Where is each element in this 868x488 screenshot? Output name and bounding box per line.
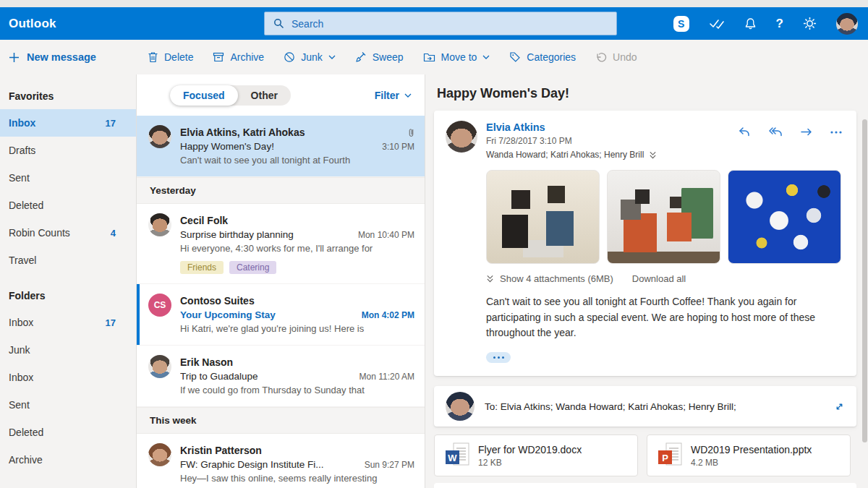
attachment-card-pptx[interactable]: P WD2019 Presentation.pptx 4.2 MB [647, 435, 851, 476]
chevron-down-icon[interactable] [328, 55, 336, 59]
message-subject: Happy Women's Day! [180, 140, 373, 153]
message-time: Mon 4:02 PM [362, 310, 414, 320]
double-chevron-down-icon[interactable] [649, 151, 657, 159]
sidebar-item-junk[interactable]: Junk [0, 336, 136, 364]
junk-button[interactable]: Junk [284, 51, 336, 63]
message-subject: Surprise birthday planning [180, 228, 349, 241]
new-message-button[interactable]: New message [0, 51, 136, 63]
reply-to-line[interactable]: To: Elvia Atkins; Wanda Howard; Katri Ah… [485, 401, 736, 412]
tab-other[interactable]: Other [238, 85, 291, 106]
sidebar-item-drafts[interactable]: Drafts [0, 137, 136, 164]
search-icon [273, 18, 284, 29]
folder-sidebar: Favorites Inbox 17 Drafts Sent Deleted R… [0, 74, 136, 488]
folder-move-icon [423, 52, 435, 63]
reply-icon[interactable] [738, 127, 751, 137]
categories-button[interactable]: Categories [509, 51, 576, 63]
sidebar-item-sent[interactable]: Sent [0, 164, 136, 192]
plus-icon [9, 52, 20, 63]
sidebar-item-archive[interactable]: Archive [0, 446, 136, 474]
help-icon[interactable]: ? [776, 17, 783, 31]
chevron-down-icon[interactable] [482, 55, 490, 59]
move-to-button[interactable]: Move to [423, 51, 490, 63]
tab-focused[interactable]: Focused [170, 85, 238, 106]
reply-compose-card[interactable]: To: Elvia Atkins; Wanda Howard; Katri Ah… [434, 386, 856, 427]
sidebar-item-label: Inbox [9, 372, 33, 383]
forward-icon[interactable] [800, 127, 813, 137]
message-time: Mon 11:20 AM [359, 372, 415, 382]
message-list: Focused Other Filter Elvia Atkins, Katri… [136, 74, 425, 488]
sidebar-item-robin-counts[interactable]: Robin Counts 4 [0, 219, 136, 247]
undo-label: Undo [613, 51, 637, 63]
avatar [148, 443, 171, 466]
delete-button[interactable]: Delete [148, 51, 193, 63]
group-header-this-week: This week [137, 407, 425, 434]
more-actions-icon[interactable] [830, 131, 842, 134]
avatar [148, 355, 171, 378]
sidebar-item-label: Inbox [9, 117, 35, 129]
message-preview: Can't wait to see you all tonight at Fou… [180, 153, 414, 167]
category-tag-friends[interactable]: Friends [180, 261, 224, 274]
search-input[interactable] [292, 18, 608, 30]
download-all-link[interactable]: Download all [632, 273, 686, 284]
message-row-elvia-atkins[interactable]: Elvia Atkins, Katri Ahokas Happy Women's… [137, 116, 425, 177]
message-row-kristin-patterson[interactable]: Kristin Patterson FW: Graphic Design Ins… [137, 434, 425, 488]
email-recipients[interactable]: Wanda Howard; Katri Ahokas; Henry Brill [486, 150, 644, 160]
message-sender: Cecil Folk [180, 213, 414, 228]
archive-button[interactable]: Archive [213, 51, 264, 63]
sidebar-item-folders-inbox-2[interactable]: Inbox [0, 364, 136, 391]
sidebar-item-folders-sent[interactable]: Sent [0, 391, 136, 419]
message-subject: Your Upcoming Stay [180, 308, 353, 322]
sidebar-item-label: Drafts [9, 145, 35, 156]
bell-icon[interactable] [744, 17, 757, 30]
skype-glyph: S [678, 18, 684, 30]
message-row-cecil-folk[interactable]: Cecil Folk Surprise birthday planning Mo… [137, 204, 425, 284]
message-preview: Hey—I saw this online, seems really inte… [180, 471, 414, 485]
block-icon [284, 51, 295, 63]
sidebar-item-travel[interactable]: Travel [0, 247, 136, 274]
reply-all-icon[interactable] [768, 127, 783, 137]
attachment-photo-1[interactable] [486, 170, 600, 264]
unread-count: 17 [106, 317, 116, 328]
attachment-photo-3[interactable] [728, 170, 841, 264]
app-logo[interactable]: Outlook [9, 17, 56, 31]
account-avatar[interactable] [836, 13, 858, 35]
sidebar-item-label: Sent [9, 399, 30, 411]
folders-section-title: Folders [0, 283, 136, 309]
sidebar-item-deleted[interactable]: Deleted [0, 192, 136, 219]
message-row-erik-nason[interactable]: Erik Nason Trip to Guadalupe Mon 11:20 A… [137, 346, 425, 407]
paperclip-icon [408, 127, 414, 138]
new-message-label: New message [27, 51, 96, 63]
sidebar-item-folders-inbox[interactable]: Inbox 17 [0, 309, 136, 336]
email-sender-name[interactable]: Elvia Atkins [486, 121, 657, 134]
sweep-button[interactable]: Sweep [355, 51, 404, 63]
unread-count: 4 [111, 228, 116, 239]
avatar [148, 125, 171, 148]
sweep-label: Sweep [373, 51, 404, 63]
double-check-icon[interactable] [709, 18, 725, 30]
show-trimmed-content-button[interactable] [486, 352, 511, 363]
powerpoint-file-icon: P [658, 442, 682, 469]
archive-icon [213, 51, 224, 63]
avatar [148, 213, 171, 236]
sidebar-item-label: Archive [9, 454, 43, 466]
command-toolbar: New message Delete Archive Junk [0, 40, 868, 74]
message-row-contoso-suites[interactable]: CS Contoso Suites Your Upcoming Stay Mon… [137, 284, 425, 346]
reading-pane: Happy Women's Day! Elvia Atkins Fri 7/28… [425, 74, 868, 488]
search-box[interactable] [264, 12, 617, 35]
sidebar-item-folders-deleted[interactable]: Deleted [0, 419, 136, 446]
skype-icon[interactable]: S [673, 16, 689, 32]
message-preview: If we could go from Thursday to Sunday t… [180, 383, 414, 397]
filter-button[interactable]: Filter [375, 90, 412, 101]
expand-compose-icon[interactable] [834, 401, 845, 412]
show-attachments-toggle[interactable]: Show 4 attachments (6MB) [486, 273, 613, 284]
sidebar-item-inbox[interactable]: Inbox 17 [0, 109, 136, 137]
reading-pane-scrollbar[interactable] [862, 119, 867, 442]
category-tag-catering[interactable]: Catering [229, 261, 276, 274]
attachment-photo-2[interactable] [607, 170, 720, 264]
attachment-card-docx[interactable]: W Flyer for WD2019.docx 12 KB [434, 435, 638, 476]
sender-avatar[interactable] [446, 121, 477, 153]
gear-icon[interactable] [803, 17, 817, 30]
message-sender: Elvia Atkins, Katri Ahokas [180, 125, 408, 140]
undo-button[interactable]: Undo [595, 51, 637, 63]
message-sender: Kristin Patterson [180, 443, 414, 458]
